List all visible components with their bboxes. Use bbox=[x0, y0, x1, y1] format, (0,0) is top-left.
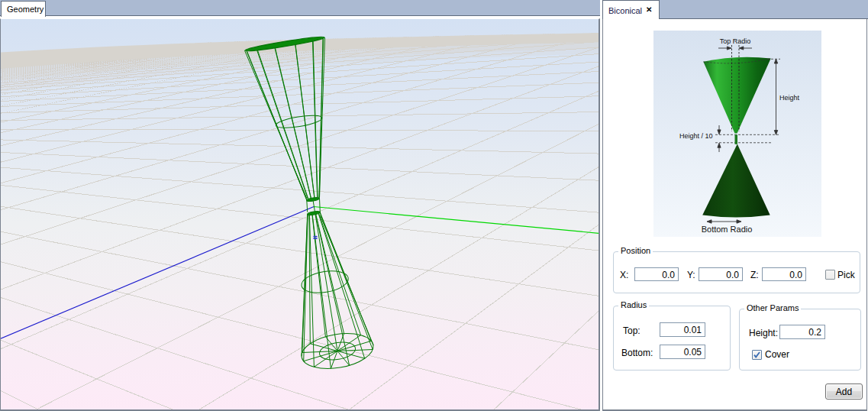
svg-text:Height / 10: Height / 10 bbox=[679, 132, 713, 140]
svg-text:Top Radio: Top Radio bbox=[720, 37, 751, 45]
svg-text:Bottom Radio: Bottom Radio bbox=[702, 225, 753, 234]
svg-text:Height: Height bbox=[779, 94, 800, 102]
